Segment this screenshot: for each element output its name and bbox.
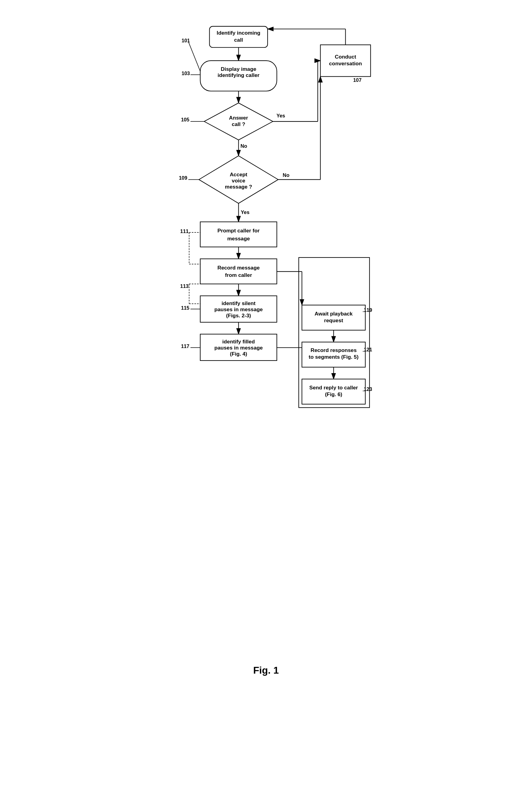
svg-text:(Fig. 4): (Fig. 4) xyxy=(230,351,247,357)
ref-105: 105 xyxy=(181,117,189,122)
svg-text:Send reply to caller: Send reply to caller xyxy=(309,385,358,391)
svg-rect-44 xyxy=(200,259,277,284)
svg-text:pauses in message: pauses in message xyxy=(214,306,263,313)
svg-text:Record responses: Record responses xyxy=(310,347,356,353)
svg-text:(Fig. 6): (Fig. 6) xyxy=(325,391,342,397)
svg-text:request: request xyxy=(324,317,343,323)
svg-text:identifying caller: identifying caller xyxy=(217,72,260,78)
svg-text:call ?: call ? xyxy=(232,121,245,127)
svg-text:Yes: Yes xyxy=(277,113,285,118)
svg-text:voice: voice xyxy=(232,178,245,184)
svg-text:Yes: Yes xyxy=(241,209,249,215)
svg-text:Identify incoming: Identify incoming xyxy=(217,30,261,36)
svg-text:to segments (Fig. 5): to segments (Fig. 5) xyxy=(309,354,359,360)
svg-text:No: No xyxy=(241,143,247,149)
svg-text:Answer: Answer xyxy=(229,115,248,121)
ref-111: 111 xyxy=(180,228,188,234)
svg-text:No: No xyxy=(283,172,290,178)
flowchart: Identify incoming call Display image ide… xyxy=(151,18,381,652)
svg-text:message ?: message ? xyxy=(225,184,252,190)
svg-line-9 xyxy=(188,42,201,71)
page-container: Identify incoming call Display image ide… xyxy=(133,6,399,694)
ref-107: 107 xyxy=(353,77,362,83)
svg-text:from caller: from caller xyxy=(225,272,252,278)
svg-text:pauses in message: pauses in message xyxy=(214,344,263,351)
svg-text:message: message xyxy=(227,236,250,242)
svg-text:Prompt caller for: Prompt caller for xyxy=(217,227,260,234)
svg-text:Accept: Accept xyxy=(230,171,248,178)
svg-text:Display image: Display image xyxy=(221,66,256,72)
svg-text:Conduct: Conduct xyxy=(335,54,356,60)
ref-115: 115 xyxy=(181,305,189,311)
ref-117: 117 xyxy=(181,343,189,349)
svg-text:identify silent: identify silent xyxy=(222,300,255,306)
svg-text:call: call xyxy=(234,37,243,43)
figure-label: Fig. 1 xyxy=(151,665,381,676)
ref-109: 109 xyxy=(179,175,187,181)
svg-rect-37 xyxy=(200,222,277,247)
svg-text:(Figs. 2-3): (Figs. 2-3) xyxy=(226,313,251,319)
svg-text:Record message: Record message xyxy=(217,265,260,271)
ref-113: 113 xyxy=(180,283,188,289)
ref-103: 103 xyxy=(182,71,190,76)
svg-text:identify filled: identify filled xyxy=(222,338,255,344)
svg-text:conversation: conversation xyxy=(329,60,362,67)
svg-text:Await playback: Await playback xyxy=(315,311,353,317)
